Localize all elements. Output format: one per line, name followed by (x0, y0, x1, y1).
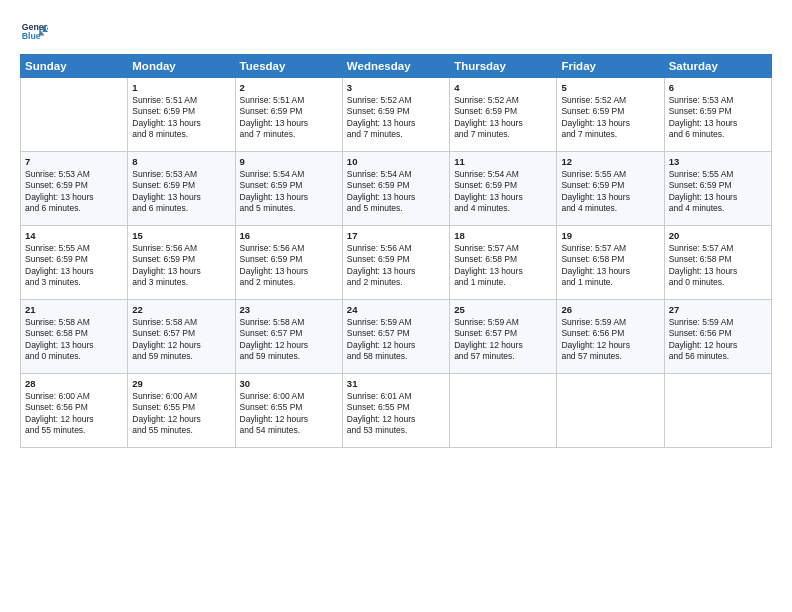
calendar-cell: 30Sunrise: 6:00 AM Sunset: 6:55 PM Dayli… (235, 374, 342, 448)
day-info: Sunrise: 5:59 AM Sunset: 6:56 PM Dayligh… (561, 317, 659, 363)
day-number: 30 (240, 378, 338, 389)
week-row-1: 1Sunrise: 5:51 AM Sunset: 6:59 PM Daylig… (21, 78, 772, 152)
day-number: 16 (240, 230, 338, 241)
calendar-cell (664, 374, 771, 448)
day-number: 27 (669, 304, 767, 315)
day-info: Sunrise: 5:57 AM Sunset: 6:58 PM Dayligh… (454, 243, 552, 289)
day-info: Sunrise: 5:58 AM Sunset: 6:57 PM Dayligh… (240, 317, 338, 363)
calendar-cell: 18Sunrise: 5:57 AM Sunset: 6:58 PM Dayli… (450, 226, 557, 300)
day-number: 2 (240, 82, 338, 93)
day-number: 18 (454, 230, 552, 241)
col-header-sunday: Sunday (21, 55, 128, 78)
day-number: 1 (132, 82, 230, 93)
day-info: Sunrise: 6:00 AM Sunset: 6:56 PM Dayligh… (25, 391, 123, 437)
day-info: Sunrise: 5:58 AM Sunset: 6:57 PM Dayligh… (132, 317, 230, 363)
day-info: Sunrise: 5:55 AM Sunset: 6:59 PM Dayligh… (669, 169, 767, 215)
col-header-wednesday: Wednesday (342, 55, 449, 78)
calendar-cell: 22Sunrise: 5:58 AM Sunset: 6:57 PM Dayli… (128, 300, 235, 374)
day-number: 14 (25, 230, 123, 241)
day-number: 12 (561, 156, 659, 167)
calendar-cell: 5Sunrise: 5:52 AM Sunset: 6:59 PM Daylig… (557, 78, 664, 152)
day-number: 9 (240, 156, 338, 167)
week-row-5: 28Sunrise: 6:00 AM Sunset: 6:56 PM Dayli… (21, 374, 772, 448)
day-info: Sunrise: 5:54 AM Sunset: 6:59 PM Dayligh… (240, 169, 338, 215)
col-header-friday: Friday (557, 55, 664, 78)
day-info: Sunrise: 6:00 AM Sunset: 6:55 PM Dayligh… (240, 391, 338, 437)
calendar-cell: 1Sunrise: 5:51 AM Sunset: 6:59 PM Daylig… (128, 78, 235, 152)
calendar-cell: 17Sunrise: 5:56 AM Sunset: 6:59 PM Dayli… (342, 226, 449, 300)
calendar-cell: 19Sunrise: 5:57 AM Sunset: 6:58 PM Dayli… (557, 226, 664, 300)
header-row: SundayMondayTuesdayWednesdayThursdayFrid… (21, 55, 772, 78)
header: General Blue (20, 18, 772, 46)
calendar-cell: 8Sunrise: 5:53 AM Sunset: 6:59 PM Daylig… (128, 152, 235, 226)
day-number: 7 (25, 156, 123, 167)
calendar-cell: 28Sunrise: 6:00 AM Sunset: 6:56 PM Dayli… (21, 374, 128, 448)
day-number: 25 (454, 304, 552, 315)
day-number: 26 (561, 304, 659, 315)
week-row-2: 7Sunrise: 5:53 AM Sunset: 6:59 PM Daylig… (21, 152, 772, 226)
day-info: Sunrise: 5:56 AM Sunset: 6:59 PM Dayligh… (132, 243, 230, 289)
day-number: 8 (132, 156, 230, 167)
day-info: Sunrise: 5:58 AM Sunset: 6:58 PM Dayligh… (25, 317, 123, 363)
col-header-tuesday: Tuesday (235, 55, 342, 78)
day-number: 23 (240, 304, 338, 315)
day-info: Sunrise: 5:51 AM Sunset: 6:59 PM Dayligh… (132, 95, 230, 141)
day-number: 10 (347, 156, 445, 167)
calendar-cell: 6Sunrise: 5:53 AM Sunset: 6:59 PM Daylig… (664, 78, 771, 152)
day-info: Sunrise: 5:57 AM Sunset: 6:58 PM Dayligh… (561, 243, 659, 289)
day-info: Sunrise: 6:01 AM Sunset: 6:55 PM Dayligh… (347, 391, 445, 437)
day-info: Sunrise: 5:55 AM Sunset: 6:59 PM Dayligh… (25, 243, 123, 289)
calendar-cell: 14Sunrise: 5:55 AM Sunset: 6:59 PM Dayli… (21, 226, 128, 300)
day-info: Sunrise: 5:59 AM Sunset: 6:56 PM Dayligh… (669, 317, 767, 363)
day-number: 5 (561, 82, 659, 93)
calendar-cell: 12Sunrise: 5:55 AM Sunset: 6:59 PM Dayli… (557, 152, 664, 226)
day-info: Sunrise: 5:59 AM Sunset: 6:57 PM Dayligh… (454, 317, 552, 363)
day-number: 31 (347, 378, 445, 389)
calendar-cell: 7Sunrise: 5:53 AM Sunset: 6:59 PM Daylig… (21, 152, 128, 226)
logo: General Blue (20, 18, 52, 46)
calendar-cell: 13Sunrise: 5:55 AM Sunset: 6:59 PM Dayli… (664, 152, 771, 226)
day-info: Sunrise: 5:51 AM Sunset: 6:59 PM Dayligh… (240, 95, 338, 141)
page: General Blue SundayMondayTuesdayWednesda… (0, 0, 792, 612)
day-number: 11 (454, 156, 552, 167)
calendar-cell: 20Sunrise: 5:57 AM Sunset: 6:58 PM Dayli… (664, 226, 771, 300)
day-info: Sunrise: 5:54 AM Sunset: 6:59 PM Dayligh… (454, 169, 552, 215)
day-number: 3 (347, 82, 445, 93)
day-info: Sunrise: 6:00 AM Sunset: 6:55 PM Dayligh… (132, 391, 230, 437)
calendar-cell: 23Sunrise: 5:58 AM Sunset: 6:57 PM Dayli… (235, 300, 342, 374)
calendar-cell: 24Sunrise: 5:59 AM Sunset: 6:57 PM Dayli… (342, 300, 449, 374)
calendar-cell: 3Sunrise: 5:52 AM Sunset: 6:59 PM Daylig… (342, 78, 449, 152)
day-info: Sunrise: 5:52 AM Sunset: 6:59 PM Dayligh… (561, 95, 659, 141)
day-number: 22 (132, 304, 230, 315)
day-info: Sunrise: 5:53 AM Sunset: 6:59 PM Dayligh… (669, 95, 767, 141)
day-info: Sunrise: 5:53 AM Sunset: 6:59 PM Dayligh… (25, 169, 123, 215)
day-number: 17 (347, 230, 445, 241)
day-number: 28 (25, 378, 123, 389)
calendar-cell: 25Sunrise: 5:59 AM Sunset: 6:57 PM Dayli… (450, 300, 557, 374)
col-header-thursday: Thursday (450, 55, 557, 78)
calendar-cell: 29Sunrise: 6:00 AM Sunset: 6:55 PM Dayli… (128, 374, 235, 448)
week-row-3: 14Sunrise: 5:55 AM Sunset: 6:59 PM Dayli… (21, 226, 772, 300)
day-info: Sunrise: 5:59 AM Sunset: 6:57 PM Dayligh… (347, 317, 445, 363)
day-number: 24 (347, 304, 445, 315)
day-info: Sunrise: 5:55 AM Sunset: 6:59 PM Dayligh… (561, 169, 659, 215)
calendar-cell: 31Sunrise: 6:01 AM Sunset: 6:55 PM Dayli… (342, 374, 449, 448)
day-number: 21 (25, 304, 123, 315)
calendar-cell: 2Sunrise: 5:51 AM Sunset: 6:59 PM Daylig… (235, 78, 342, 152)
svg-text:Blue: Blue (22, 31, 41, 41)
calendar-cell (21, 78, 128, 152)
day-number: 6 (669, 82, 767, 93)
calendar-cell (450, 374, 557, 448)
day-number: 20 (669, 230, 767, 241)
calendar-cell: 26Sunrise: 5:59 AM Sunset: 6:56 PM Dayli… (557, 300, 664, 374)
calendar-cell: 11Sunrise: 5:54 AM Sunset: 6:59 PM Dayli… (450, 152, 557, 226)
calendar-cell: 27Sunrise: 5:59 AM Sunset: 6:56 PM Dayli… (664, 300, 771, 374)
day-info: Sunrise: 5:53 AM Sunset: 6:59 PM Dayligh… (132, 169, 230, 215)
calendar-cell: 9Sunrise: 5:54 AM Sunset: 6:59 PM Daylig… (235, 152, 342, 226)
day-info: Sunrise: 5:56 AM Sunset: 6:59 PM Dayligh… (347, 243, 445, 289)
day-info: Sunrise: 5:56 AM Sunset: 6:59 PM Dayligh… (240, 243, 338, 289)
day-number: 4 (454, 82, 552, 93)
day-info: Sunrise: 5:52 AM Sunset: 6:59 PM Dayligh… (454, 95, 552, 141)
day-number: 29 (132, 378, 230, 389)
day-info: Sunrise: 5:54 AM Sunset: 6:59 PM Dayligh… (347, 169, 445, 215)
